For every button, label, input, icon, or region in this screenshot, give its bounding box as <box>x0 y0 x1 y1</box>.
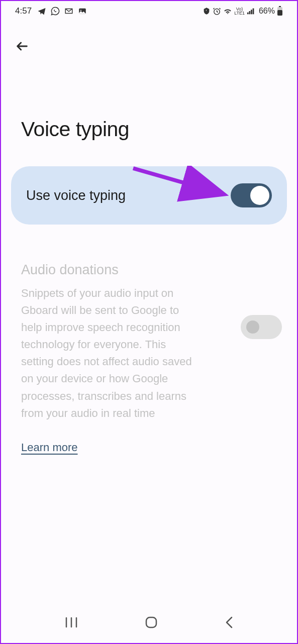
learn-more-link[interactable]: Learn more <box>21 441 78 454</box>
wifi-icon <box>223 7 232 15</box>
toggle-thumb <box>250 186 269 205</box>
status-time: 4:57 <box>15 6 32 16</box>
battery-icon <box>277 6 283 16</box>
svg-rect-9 <box>277 10 282 16</box>
page-title: Voice typing <box>1 62 297 166</box>
status-right: Vo)LTE1 66% <box>203 6 283 16</box>
battery-percent: 66% <box>259 7 275 16</box>
voice-typing-toggle-label: Use voice typing <box>26 188 126 203</box>
audio-donations-title: Audio donations <box>21 262 277 278</box>
audio-donations-description: Snippets of your audio input on Gboard w… <box>21 285 277 422</box>
svg-rect-3 <box>247 13 249 15</box>
home-button[interactable] <box>140 611 163 634</box>
audio-donations-section: Audio donations Snippets of your audio i… <box>1 225 297 454</box>
app-header <box>1 20 297 62</box>
status-bar: 4:57 Vo)LTE1 66% <box>1 1 297 20</box>
arrow-left-icon <box>15 39 29 53</box>
audio-donations-toggle-switch[interactable] <box>241 315 282 339</box>
svg-rect-5 <box>251 10 252 14</box>
voice-typing-toggle-card[interactable]: Use voice typing <box>11 166 287 225</box>
whatsapp-icon <box>51 7 60 16</box>
svg-rect-4 <box>249 11 250 14</box>
back-button[interactable] <box>11 35 33 57</box>
status-left: 4:57 <box>15 6 87 16</box>
chevron-left-icon <box>225 616 234 629</box>
toggle-thumb-off <box>246 320 259 334</box>
photos-icon <box>78 7 87 16</box>
recents-button[interactable] <box>60 611 83 633</box>
voice-typing-toggle-switch[interactable] <box>231 183 272 207</box>
svg-rect-7 <box>279 6 281 7</box>
telegram-icon <box>37 7 46 16</box>
signal-icon <box>247 7 256 15</box>
nav-back-button[interactable] <box>220 611 239 634</box>
recents-icon <box>65 616 78 628</box>
svg-rect-6 <box>253 9 254 15</box>
svg-rect-15 <box>146 617 156 627</box>
app-update-icon <box>203 7 211 15</box>
volte-icon: Vo)LTE1 <box>234 7 245 15</box>
alarm-icon <box>213 7 221 16</box>
svg-point-1 <box>80 10 81 11</box>
home-icon <box>145 616 158 629</box>
system-nav-bar <box>1 611 297 634</box>
gmail-icon <box>64 7 73 16</box>
